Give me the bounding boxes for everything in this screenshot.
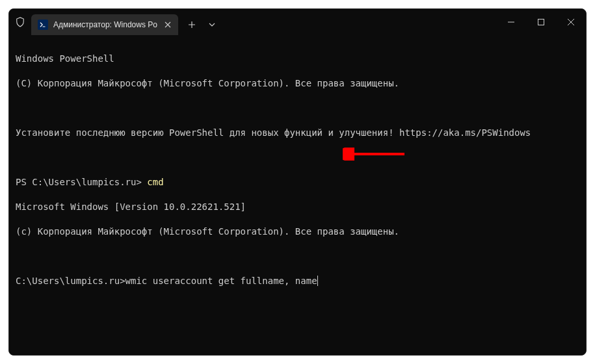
cmd-version-line: Microsoft Windows [Version 10.0.22621.52… xyxy=(16,201,579,213)
window-controls xyxy=(496,9,586,35)
shield-icon xyxy=(16,17,25,27)
blank-line xyxy=(16,250,579,263)
titlebar: Администратор: Windows Po xyxy=(9,9,586,35)
tab-close-button[interactable] xyxy=(163,20,173,30)
tab-powershell[interactable]: Администратор: Windows Po xyxy=(31,14,178,35)
minimize-button[interactable] xyxy=(496,9,526,35)
cmd-prompt-line: C:\Users\lumpics.ru>wmic useraccount get… xyxy=(16,275,579,287)
new-tab-button[interactable] xyxy=(182,15,202,34)
tab-title: Администратор: Windows Po xyxy=(53,20,157,29)
cmd-path: C:\Users\lumpics.ru> xyxy=(16,276,126,286)
ps-path: C:\Users\lumpics.ru xyxy=(32,177,136,187)
blank-line xyxy=(16,151,579,164)
ps-notice-line: Установите последнюю версию PowerShell д… xyxy=(16,127,579,139)
terminal-body[interactable]: Windows PowerShell (C) Корпорация Майкро… xyxy=(9,35,586,355)
ps-input: cmd xyxy=(147,177,163,187)
tab-dropdown-button[interactable] xyxy=(204,15,220,34)
ps-header-line: Windows PowerShell xyxy=(16,53,579,65)
ps-prefix: PS xyxy=(16,177,32,187)
cursor xyxy=(317,276,318,286)
ps-gt: > xyxy=(136,177,147,187)
maximize-button[interactable] xyxy=(526,9,556,35)
powershell-icon xyxy=(38,20,48,30)
cmd-copyright-line: (c) Корпорация Майкрософт (Microsoft Cor… xyxy=(16,226,579,238)
tabs-area: Администратор: Windows Po xyxy=(31,9,494,35)
blank-line xyxy=(16,102,579,114)
terminal-window: Администратор: Windows Po W xyxy=(8,8,587,356)
svg-rect-0 xyxy=(538,20,544,25)
ps-prompt-line: PS C:\Users\lumpics.ru> cmd xyxy=(16,176,579,188)
ps-copyright-line: (C) Корпорация Майкрософт (Microsoft Cor… xyxy=(16,77,579,90)
close-button[interactable] xyxy=(556,9,586,35)
cmd-input: wmic useraccount get fullname, name xyxy=(126,276,317,286)
